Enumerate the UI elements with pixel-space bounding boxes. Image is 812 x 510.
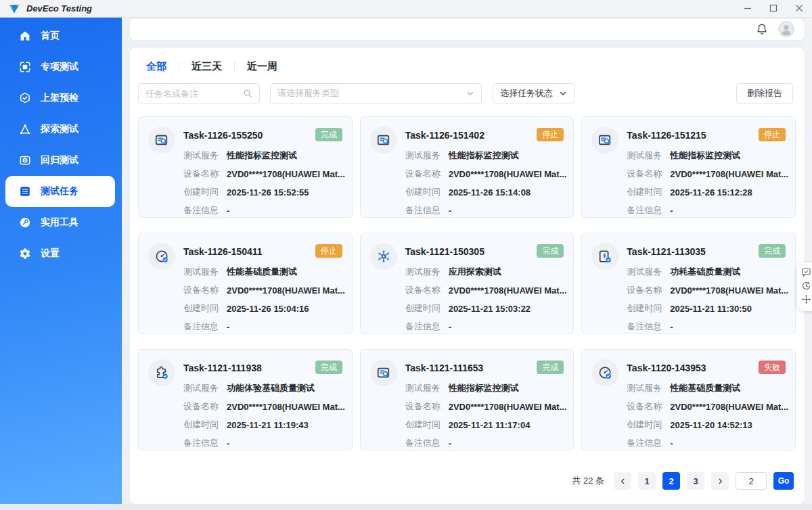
field-value: 2025-11-21 11:19:43 — [227, 420, 309, 430]
task-card[interactable]: Task-1126-150411 停止 测试服务性能基础质量测试 设备名称2VD… — [138, 233, 353, 334]
status-badge: 完成 — [759, 244, 786, 258]
report-search-icon — [370, 359, 397, 386]
chevron-right-icon — [717, 478, 724, 485]
field-label: 创建时间 — [405, 302, 441, 315]
field-label: 创建时间 — [627, 419, 662, 431]
task-card[interactable]: Task-1126-151402 停止 测试服务性能指标监控测试 设备名称2VD… — [360, 116, 574, 218]
tab-all[interactable]: 全部 — [146, 60, 166, 73]
sidebar-item-label: 探索测试 — [41, 123, 78, 135]
field-value: - — [449, 206, 451, 216]
explore-network-icon — [370, 243, 397, 270]
history-icon[interactable] — [801, 281, 811, 291]
puzzle-check-icon — [148, 359, 175, 386]
field-value: 2025-11-21 11:30:50 — [670, 304, 752, 314]
field-label: 设备名称 — [405, 168, 441, 180]
field-value: 2025-11-21 15:03:22 — [449, 304, 531, 314]
sidebar-item-shelf-precheck[interactable]: 上架预检 — [0, 83, 122, 114]
notifications-bell-icon[interactable] — [756, 23, 768, 35]
window-controls — [735, 0, 812, 17]
time-filter-tabs: 全部 近三天 近一周 — [146, 59, 277, 74]
field-label: 测试服务 — [183, 382, 219, 394]
field-label: 设备名称 — [405, 284, 441, 296]
feedback-icon[interactable] — [801, 267, 811, 277]
card-fields: 测试服务性能基础质量测试 设备名称2VD0****1708(HUAWEI Mat… — [627, 382, 788, 455]
field-label: 测试服务 — [405, 149, 441, 162]
sidebar-item-settings[interactable]: 设置 — [0, 238, 122, 269]
prev-page-button[interactable] — [614, 472, 631, 490]
card-fields: 测试服务性能基础质量测试 设备名称2VD0****1708(HUAWEI Mat… — [183, 266, 345, 339]
task-search-box[interactable] — [138, 83, 260, 103]
sidebar-item-test-tasks[interactable]: 测试任务 — [5, 176, 115, 207]
page-button-1[interactable]: 1 — [638, 472, 656, 490]
sidebar-item-utilities[interactable]: 实用工具 — [0, 207, 122, 238]
field-value: - — [227, 206, 229, 216]
topbar — [130, 19, 804, 40]
task-card[interactable]: Task-1126-155250 完成 测试服务性能指标监控测试 设备名称2VD… — [138, 116, 353, 218]
shelf-precheck-icon — [19, 92, 31, 104]
field-value: - — [227, 322, 229, 332]
status-badge: 停止 — [537, 128, 564, 141]
status-badge: 停止 — [759, 128, 786, 141]
field-value: 2VD0****1708(HUAWEI Mat... — [227, 285, 345, 296]
settings-icon — [19, 248, 31, 260]
minimize-button[interactable] — [735, 0, 761, 17]
field-value: 2025-11-26 15:52:55 — [227, 187, 309, 198]
task-card[interactable]: Task-1121-150305 完成 测试服务应用探索测试 设备名称2VD0*… — [360, 233, 574, 334]
task-title: Task-1121-150305 — [405, 246, 484, 257]
page-button-3[interactable]: 3 — [687, 472, 704, 490]
task-status-select[interactable]: 选择任务状态 — [493, 83, 574, 103]
sidebar-item-label: 上架预检 — [41, 92, 78, 104]
task-card[interactable]: Task-1121-111938 完成 测试服务功能体验基础质量测试 设备名称2… — [138, 349, 353, 450]
next-page-button[interactable] — [711, 472, 729, 490]
card-fields: 测试服务应用探索测试 设备名称2VD0****1708(HUAWEI Mat..… — [405, 266, 567, 339]
tab-separator — [179, 62, 179, 71]
field-value: 2025-11-20 14:52:13 — [670, 420, 752, 430]
go-button[interactable]: Go — [773, 472, 794, 490]
tab-separator — [234, 62, 235, 71]
task-list-panel: 全部 近三天 近一周 请选择服务类型 选择任务状态 删除报告 — [130, 48, 804, 504]
field-value: 性能指标监控测试 — [670, 149, 740, 162]
maximize-button[interactable] — [761, 0, 786, 17]
sidebar-item-explore-test[interactable]: 探索测试 — [0, 114, 122, 145]
task-card[interactable]: Task-1121-111653 完成 测试服务性能指标监控测试 设备名称2VD… — [360, 349, 574, 450]
field-label: 测试服务 — [405, 382, 441, 394]
field-label: 创建时间 — [405, 186, 441, 198]
task-title: Task-1126-155250 — [183, 130, 263, 141]
sidebar-item-label: 设置 — [41, 248, 60, 260]
sidebar-item-home[interactable]: 首页 — [0, 20, 122, 51]
tab-last-week[interactable]: 近一周 — [247, 60, 277, 73]
page-button-2[interactable]: 2 — [662, 472, 680, 490]
utilities-icon — [19, 216, 31, 229]
card-fields: 测试服务性能指标监控测试 设备名称2VD0****1708(HUAWEI Mat… — [183, 149, 345, 223]
field-value: 功耗基础质量测试 — [670, 266, 740, 278]
task-search-input[interactable] — [145, 89, 243, 99]
move-icon[interactable] — [801, 294, 811, 304]
field-label: 设备名称 — [183, 284, 219, 296]
close-button[interactable] — [786, 0, 812, 17]
gauge-check-icon — [148, 243, 175, 270]
field-value: 性能指标监控测试 — [227, 149, 297, 162]
task-card[interactable]: Task-1120-143953 失败 测试服务性能基础质量测试 设备名称2VD… — [581, 349, 796, 450]
sidebar-item-special-test[interactable]: 专项测试 — [0, 51, 122, 83]
field-value: 性能基础质量测试 — [227, 266, 297, 278]
page-jump-input[interactable] — [736, 472, 767, 490]
card-fields: 测试服务性能指标监控测试 设备名称2VD0****1708(HUAWEI Mat… — [405, 149, 567, 223]
field-label: 测试服务 — [405, 266, 441, 278]
delete-report-button[interactable]: 删除报告 — [736, 83, 793, 103]
field-label: 设备名称 — [183, 400, 219, 413]
gauge-check-icon — [591, 359, 618, 386]
search-icon — [243, 89, 252, 98]
field-value: 2VD0****1708(HUAWEI Mat... — [227, 169, 345, 179]
task-title: Task-1121-111938 — [183, 363, 262, 373]
tab-last-3-days[interactable]: 近三天 — [191, 60, 222, 73]
service-type-select[interactable]: 请选择服务类型 — [270, 83, 482, 103]
task-card[interactable]: Task-1121-113035 完成 测试服务功耗基础质量测试 设备名称2VD… — [581, 233, 796, 334]
pagination: 共 22 条 1 2 3 Go — [572, 472, 794, 490]
sidebar: 首页 专项测试 上架预检 探索测试 回归测试 测试任务 实用工具 设置 — [0, 18, 122, 504]
user-avatar[interactable] — [778, 21, 794, 37]
power-check-icon — [591, 243, 618, 270]
task-title: Task-1121-111653 — [405, 363, 484, 373]
sidebar-item-regression-test[interactable]: 回归测试 — [0, 145, 122, 176]
task-card[interactable]: Task-1126-151215 停止 测试服务性能指标监控测试 设备名称2VD… — [581, 116, 796, 218]
field-label: 测试服务 — [627, 149, 662, 162]
